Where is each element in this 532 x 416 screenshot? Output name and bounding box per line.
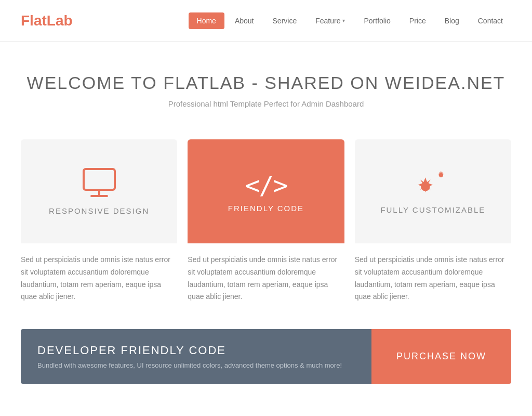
code-icon: </>: [245, 171, 287, 200]
card-responsive-body: Sed ut perspiciatis unde omnis iste natu…: [21, 243, 177, 308]
card-code-body: Sed ut perspiciatis unde omnis iste natu…: [188, 243, 344, 308]
card-code: </> FRIENDLY CODE Sed ut perspiciatis un…: [188, 139, 344, 308]
nav-portfolio[interactable]: Portfolio: [355, 12, 398, 29]
banner-subtitle: Bundled with awesome features, UI resour…: [37, 361, 355, 369]
logo-prefix: Flat: [21, 12, 47, 29]
svg-rect-0: [84, 169, 115, 190]
navigation: Home About Service Feature ▾ Portfolio P…: [189, 12, 511, 29]
card-code-top: </> FRIENDLY CODE: [188, 139, 344, 243]
nav-feature[interactable]: Feature ▾: [307, 12, 353, 29]
card-responsive-top: RESPONSIVE DESIGN: [21, 139, 177, 243]
card-customizable: FULLY CUSTOMIZABLE Sed ut perspiciatis u…: [355, 139, 511, 308]
purchase-button[interactable]: PURCHASE NOW: [371, 329, 511, 384]
card-customizable-label: FULLY CUSTOMIZABLE: [380, 205, 485, 214]
nav-service[interactable]: Service: [264, 12, 305, 29]
gear-icon: [414, 169, 451, 200]
nav-blog[interactable]: Blog: [436, 12, 468, 29]
card-responsive-label: RESPONSIVE DESIGN: [49, 206, 149, 215]
nav-about[interactable]: About: [227, 12, 262, 29]
banner-left: DEVELOPER FRIENDLY CODE Bundled with awe…: [21, 329, 371, 384]
nav-home[interactable]: Home: [189, 12, 224, 29]
nav-price[interactable]: Price: [401, 12, 434, 29]
bottom-banner: DEVELOPER FRIENDLY CODE Bundled with awe…: [21, 329, 511, 384]
card-customizable-body: Sed ut perspiciatis unde omnis iste natu…: [355, 243, 511, 308]
logo-suffix: Lab: [47, 12, 73, 29]
hero-section: WELCOME TO FLATLAB - SHARED ON WEIDEA.NE…: [0, 42, 532, 129]
chevron-down-icon: ▾: [342, 18, 345, 23]
logo: FlatLab: [21, 12, 73, 29]
header: FlatLab Home About Service Feature ▾ Por…: [0, 0, 532, 42]
card-code-label: FRIENDLY CODE: [228, 204, 304, 213]
card-customizable-top: FULLY CUSTOMIZABLE: [355, 139, 511, 243]
purchase-button-label: PURCHASE NOW: [396, 351, 486, 362]
hero-title: WELCOME TO FLATLAB - SHARED ON WEIDEA.NE…: [21, 73, 511, 93]
hero-subtitle: Professional html Template Perfect for A…: [21, 99, 511, 108]
nav-contact[interactable]: Contact: [470, 12, 511, 29]
monitor-icon: [81, 168, 117, 198]
cards-section: RESPONSIVE DESIGN Sed ut perspiciatis un…: [0, 129, 532, 329]
card-responsive: RESPONSIVE DESIGN Sed ut perspiciatis un…: [21, 139, 177, 308]
banner-title: DEVELOPER FRIENDLY CODE: [37, 344, 355, 357]
